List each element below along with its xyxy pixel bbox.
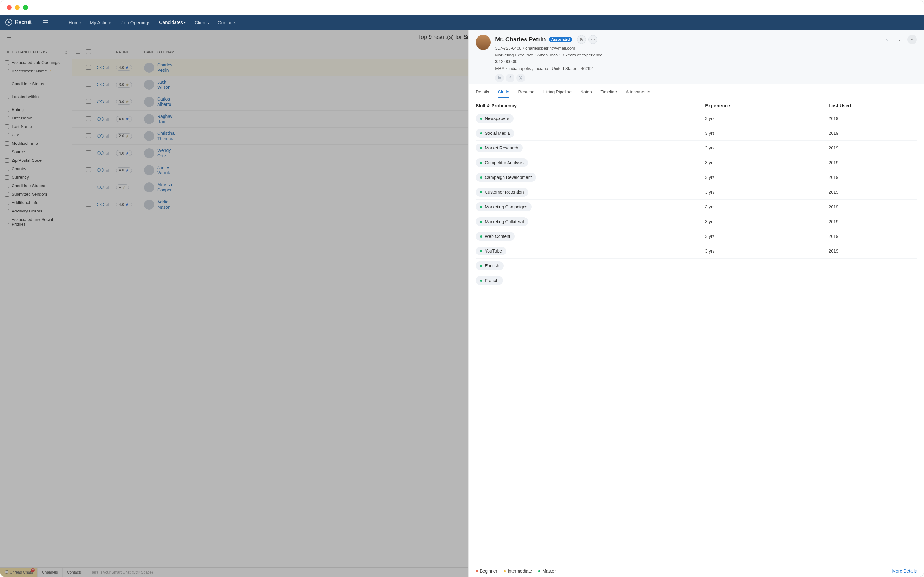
skill-pill[interactable]: Market Research xyxy=(476,143,523,152)
filter-checkbox[interactable] xyxy=(5,69,9,73)
skill-pill[interactable]: English xyxy=(476,261,504,270)
filter-item[interactable]: Submitted Vendors xyxy=(5,190,68,198)
filter-checkbox[interactable] xyxy=(5,175,9,180)
skill-pill[interactable]: Customer Retention xyxy=(476,188,528,197)
hamburger-icon[interactable] xyxy=(43,20,48,24)
glasses-icon[interactable] xyxy=(97,134,104,138)
filter-item[interactable]: Associated any Social Profiles xyxy=(5,215,68,229)
row-checkbox[interactable] xyxy=(86,116,91,121)
window-minimize-dot[interactable] xyxy=(15,5,20,10)
filter-checkbox[interactable] xyxy=(5,201,9,205)
row-checkbox[interactable] xyxy=(86,168,91,172)
glasses-icon[interactable] xyxy=(97,185,104,189)
filter-checkbox[interactable] xyxy=(5,220,9,224)
filter-checkbox[interactable] xyxy=(5,95,9,99)
filter-checkbox[interactable] xyxy=(5,82,9,86)
candidate-name-link[interactable]: WendyOrtiz xyxy=(157,148,171,159)
filter-item[interactable]: Additional Info xyxy=(5,198,68,207)
filter-checkbox[interactable] xyxy=(5,61,9,65)
skill-pill[interactable]: Newspapers xyxy=(476,114,514,123)
row-checkbox[interactable] xyxy=(86,150,91,155)
column-settings-icon[interactable] xyxy=(76,50,80,53)
filter-item[interactable]: Assessment Name ✦ xyxy=(5,67,68,75)
window-maximize-dot[interactable] xyxy=(23,5,28,10)
bottom-tab-unread-chats[interactable]: 💬 Unread Chats 7 xyxy=(0,567,38,577)
filter-checkbox[interactable] xyxy=(5,141,9,146)
glasses-icon[interactable] xyxy=(97,66,104,69)
tab-notes[interactable]: Notes xyxy=(580,87,592,98)
row-checkbox[interactable] xyxy=(86,65,91,69)
filter-checkbox[interactable] xyxy=(5,192,9,197)
skill-pill[interactable]: Marketing Collateral xyxy=(476,217,528,226)
candidate-name-link[interactable]: AddieMason xyxy=(157,199,171,210)
bottom-tab-channels[interactable]: Channels xyxy=(38,567,63,577)
window-close-dot[interactable] xyxy=(6,5,11,10)
facebook-icon[interactable]: f xyxy=(506,74,515,82)
nav-home[interactable]: Home xyxy=(69,16,81,29)
skill-pill[interactable]: Marketing Campaigns xyxy=(476,203,532,211)
candidate-name-link[interactable]: RaghavRao xyxy=(157,114,172,124)
filter-item[interactable]: First Name xyxy=(5,114,68,122)
tab-details[interactable]: Details xyxy=(476,87,489,98)
filter-item[interactable]: Located within xyxy=(5,92,68,101)
filter-checkbox[interactable] xyxy=(5,184,9,188)
row-checkbox[interactable] xyxy=(86,202,91,206)
skill-pill[interactable]: Competitor Analysis xyxy=(476,158,528,167)
candidate-name-link[interactable]: JamesWillink xyxy=(157,165,170,176)
filter-item[interactable]: Modified Time xyxy=(5,139,68,148)
quick-action-icon[interactable]: ⎘ xyxy=(577,35,586,44)
linkedin-icon[interactable]: in xyxy=(495,74,504,82)
twitter-icon[interactable]: 𝕏 xyxy=(516,74,525,82)
skill-pill[interactable]: Campaign Development xyxy=(476,173,536,182)
select-all-checkbox[interactable] xyxy=(86,49,91,54)
bottom-tab-contacts[interactable]: Contacts xyxy=(63,567,87,577)
filter-item[interactable]: Candidate Stages xyxy=(5,182,68,190)
filter-item[interactable]: Rating xyxy=(5,105,68,114)
filter-checkbox[interactable] xyxy=(5,124,9,129)
back-arrow-icon[interactable]: ← xyxy=(6,34,12,41)
filter-item[interactable]: Currency xyxy=(5,173,68,182)
filter-checkbox[interactable] xyxy=(5,167,9,171)
filter-item[interactable]: Zip/Postal Code xyxy=(5,156,68,164)
skill-pill[interactable]: Social Media xyxy=(476,129,514,138)
row-checkbox[interactable] xyxy=(86,99,91,104)
row-checkbox[interactable] xyxy=(86,185,91,189)
glasses-icon[interactable] xyxy=(97,203,104,206)
more-actions-icon[interactable]: ⋯ xyxy=(588,35,597,44)
filter-item[interactable]: Country xyxy=(5,164,68,173)
tab-attachments[interactable]: Attachments xyxy=(626,87,650,98)
candidate-name-link[interactable]: CarlosAlberto xyxy=(157,97,171,107)
tab-resume[interactable]: Resume xyxy=(518,87,534,98)
tab-timeline[interactable]: Timeline xyxy=(600,87,617,98)
next-candidate-icon[interactable]: › xyxy=(895,35,904,44)
nav-candidates[interactable]: Candidates xyxy=(159,15,186,29)
filter-checkbox[interactable] xyxy=(5,158,9,163)
filter-item[interactable]: Source xyxy=(5,148,68,156)
filter-item[interactable]: Candidate Status xyxy=(5,80,68,88)
skill-pill[interactable]: French xyxy=(476,276,503,285)
skill-pill[interactable]: YouTube xyxy=(476,247,506,255)
filter-checkbox[interactable] xyxy=(5,133,9,137)
tab-skills[interactable]: Skills xyxy=(498,87,509,98)
candidate-name-link[interactable]: JackWilson xyxy=(157,80,171,90)
nav-clients[interactable]: Clients xyxy=(195,16,209,29)
tab-hiring-pipeline[interactable]: Hiring Pipeline xyxy=(543,87,571,98)
glasses-icon[interactable] xyxy=(97,151,104,155)
nav-contacts[interactable]: Contacts xyxy=(218,16,236,29)
glasses-icon[interactable] xyxy=(97,117,104,121)
filter-item[interactable]: Advisory Boards xyxy=(5,207,68,215)
prev-candidate-icon[interactable]: ‹ xyxy=(882,35,892,44)
row-checkbox[interactable] xyxy=(86,82,91,87)
filter-checkbox[interactable] xyxy=(5,108,9,112)
filter-item[interactable]: Associated Job Openings xyxy=(5,58,68,67)
glasses-icon[interactable] xyxy=(97,100,104,103)
nav-my-actions[interactable]: My Actions xyxy=(90,16,113,29)
glasses-icon[interactable] xyxy=(97,82,104,86)
candidate-name-link[interactable]: CharlesPetrin xyxy=(157,62,172,73)
candidate-name-link[interactable]: MelissaCooper xyxy=(157,182,172,193)
filter-item[interactable]: City xyxy=(5,131,68,139)
more-details-link[interactable]: More Details xyxy=(892,569,917,574)
skill-pill[interactable]: Web Content xyxy=(476,232,515,241)
filter-checkbox[interactable] xyxy=(5,209,9,213)
nav-job-openings[interactable]: Job Openings xyxy=(121,16,150,29)
